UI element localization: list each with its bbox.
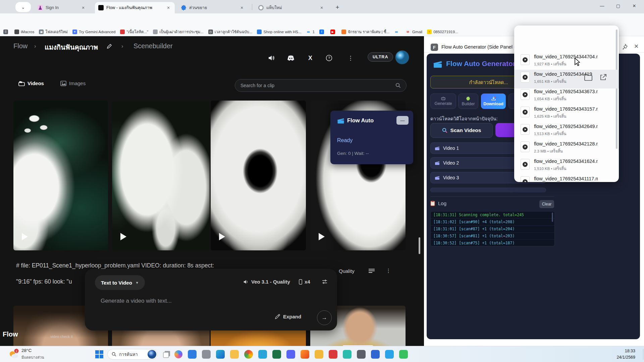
file-explorer-icon[interactable]: [230, 350, 239, 359]
discord-icon[interactable]: [286, 350, 295, 359]
bookmark-item[interactable]: เป็นผู้เฒ่าด้วยการประชุม...: [153, 29, 204, 35]
model-selector[interactable]: Veo 3.1 - Quality: [243, 279, 290, 285]
taskbar-clock[interactable]: 18:33 24/1/2569: [616, 348, 635, 361]
tab-close-icon[interactable]: ×: [80, 5, 86, 11]
download-item[interactable]: flow_video_1769254344704.mp41,927 KB • เ…: [514, 52, 619, 70]
bookmark-item[interactable]: ✦Try Gemini Advanced: [72, 29, 116, 34]
play-icon[interactable]: [219, 233, 225, 240]
tab-sign-in[interactable]: Sign In ×: [34, 2, 90, 13]
download-item[interactable]: flow_video_1769254342128.mp42.3 MB • เสร…: [514, 139, 619, 157]
user-avatar[interactable]: [395, 50, 409, 64]
scan-videos-button[interactable]: Scan Videos: [430, 123, 493, 138]
red-app-icon[interactable]: [329, 350, 337, 359]
download-item[interactable]: flow_video_1769254342649.mp41,513 KB • เ…: [514, 122, 619, 139]
prompt-input[interactable]: Generate a video with text...: [101, 298, 172, 304]
chrome-icon[interactable]: [244, 350, 253, 359]
tab-search-button[interactable]: ⌄: [15, 2, 31, 12]
play-icon[interactable]: [22, 233, 28, 240]
tab-new-tab[interactable]: แท็บใหม่ ×: [255, 2, 328, 13]
download-item[interactable]: flow_video_1769254344191,651 KB • เสร็จส…: [514, 70, 619, 88]
log-scrollbar[interactable]: [552, 213, 553, 222]
tab-images[interactable]: Images: [60, 80, 86, 86]
bookmark-item[interactable]: "เนื้อโลหิต...": [120, 29, 148, 35]
window-close-button[interactable]: ✕: [627, 0, 642, 11]
clip-search-input[interactable]: Search for a clip: [235, 79, 407, 92]
tab-builder[interactable]: Builder: [458, 94, 478, 109]
download-item[interactable]: flow_video_1769254341117.mp41,193 KB • เ…: [514, 174, 619, 182]
bookmark-item[interactable]: ∞1: [306, 29, 315, 34]
tab-close-icon[interactable]: ×: [319, 5, 325, 11]
tab-videos[interactable]: Videos: [18, 80, 44, 86]
tab-close-icon[interactable]: ×: [239, 5, 245, 11]
tab-close-icon[interactable]: ×: [165, 5, 171, 11]
bookmark-item[interactable]: Y0850271919...: [427, 29, 458, 34]
bookmark-item[interactable]: f: [319, 29, 326, 34]
pin-icon[interactable]: [622, 44, 628, 50]
mode-selector[interactable]: Text to Video ▼: [95, 275, 145, 290]
chrome-canary-icon[interactable]: [315, 350, 323, 359]
list-icon[interactable]: [368, 268, 375, 274]
window-minimize-button[interactable]: —: [594, 0, 610, 11]
edge-icon[interactable]: [216, 350, 225, 359]
help-icon[interactable]: ?: [325, 54, 333, 62]
expand-button[interactable]: Expand: [275, 314, 301, 319]
popup-minimize-button[interactable]: —: [396, 116, 409, 125]
bookmark-item[interactable]: จักรยาน ราคาพิเศษ | ซื้...: [341, 29, 389, 35]
settings-icon[interactable]: [357, 350, 366, 359]
weather-widget[interactable]: 2: [8, 349, 19, 359]
side-panel-close-icon[interactable]: ✕: [634, 43, 639, 50]
output-count[interactable]: x4: [299, 279, 310, 285]
photos-icon[interactable]: [188, 350, 197, 359]
settings-sliders-icon[interactable]: [322, 279, 328, 285]
download-item[interactable]: flow_video_1769254343673.mp41,654 KB • เ…: [514, 87, 619, 105]
breadcrumb-project[interactable]: แมงกินฟันคุณภาพ: [45, 42, 98, 53]
sound-icon[interactable]: [267, 54, 276, 62]
excel-icon[interactable]: [272, 350, 281, 359]
bookmark-item[interactable]: ⠿: [3, 29, 10, 34]
video-row-partial[interactable]: [430, 188, 546, 192]
video-thumbnail-2[interactable]: [112, 101, 210, 250]
media-orb-icon[interactable]: [258, 350, 267, 359]
taskbar-search[interactable]: การค้นหา: [107, 349, 158, 360]
show-in-folder-icon[interactable]: [584, 74, 592, 81]
generate-submit-button[interactable]: →: [317, 310, 332, 325]
download-item[interactable]: flow_video_1769254343157.mp41,625 KB • เ…: [514, 105, 619, 122]
download-item[interactable]: flow_video_1769254341624.mp41,510 KB • เ…: [514, 157, 619, 174]
task-view-button[interactable]: [163, 351, 170, 358]
window-maximize-button[interactable]: ▢: [610, 0, 626, 11]
play-icon[interactable]: [319, 233, 325, 240]
bookmark-item[interactable]: ∞: [394, 29, 400, 34]
video-thumbnail-3[interactable]: [211, 101, 306, 250]
firefox-icon[interactable]: [301, 350, 309, 359]
breadcrumb-app[interactable]: Flow: [13, 42, 28, 50]
vscode-icon[interactable]: [385, 350, 394, 359]
new-tab-button[interactable]: +: [333, 3, 342, 12]
breadcrumb-section[interactable]: Scenebuilder: [133, 42, 173, 50]
bookmark-item[interactable]: MGmail: [405, 29, 422, 35]
tab-extensions[interactable]: ส่วนขยาย ×: [178, 2, 248, 13]
play-icon[interactable]: [120, 233, 126, 240]
x-twitter-icon[interactable]: X: [306, 54, 315, 62]
line-icon[interactable]: [399, 350, 408, 359]
bookmark-item[interactable]: ◷เวลาลูกค้าใช้ต้นฉบับ...: [208, 29, 253, 35]
teal-app-icon[interactable]: [343, 350, 352, 359]
copilot-button[interactable]: [174, 350, 182, 358]
options-dots-icon[interactable]: ⋮: [386, 267, 391, 274]
open-in-new-icon[interactable]: [600, 74, 606, 81]
tab-generate[interactable]: Generate: [430, 94, 456, 109]
tab-flow[interactable]: Flow - แมงกินฟันคุณภาพ ×: [95, 2, 175, 13]
task-window-icon[interactable]: [202, 350, 211, 359]
edit-pencil-icon[interactable]: [107, 44, 112, 49]
discord-icon[interactable]: [286, 54, 295, 62]
bookmark-item[interactable]: Shop online with HS...: [257, 29, 301, 34]
tab-download[interactable]: Download: [481, 94, 506, 109]
page-scrollbar[interactable]: [419, 237, 420, 254]
blue-app-icon[interactable]: [371, 350, 380, 359]
bookmark-item[interactable]: ▣โฟลเดอร์ใหม่: [39, 29, 68, 35]
video-thumbnail-1[interactable]: [13, 101, 108, 250]
clear-log-button[interactable]: Clear: [539, 200, 554, 208]
bookmark-item[interactable]: ▶: [330, 29, 337, 34]
more-menu-icon[interactable]: ⋮: [346, 54, 355, 62]
bookmark-item[interactable]: iMacros: [14, 29, 34, 34]
start-button[interactable]: [95, 350, 103, 358]
